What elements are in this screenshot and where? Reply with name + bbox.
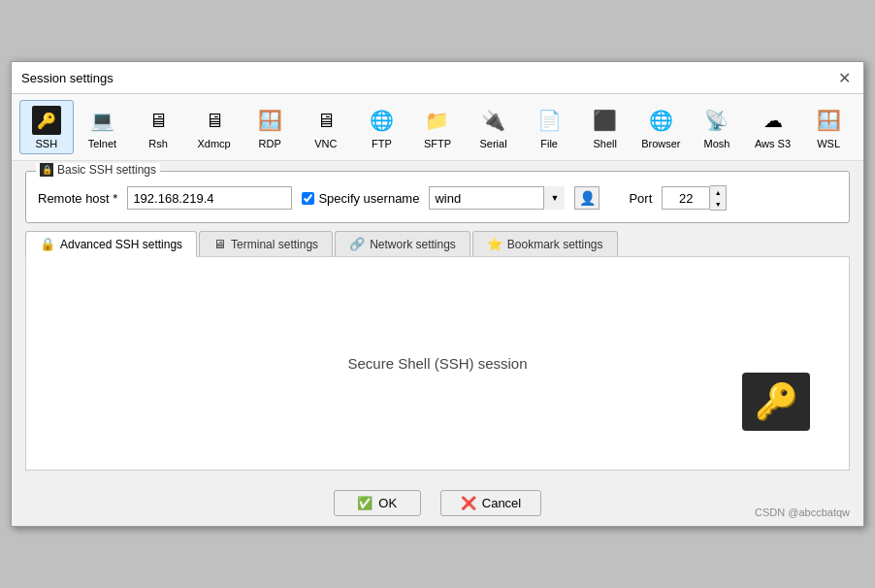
- wsl-label: WSL: [817, 138, 840, 149]
- key-icon: 🔑: [755, 381, 798, 422]
- tabs-bar: 🔒Advanced SSH settings🖥Terminal settings…: [25, 231, 850, 257]
- advanced-tab-label: Advanced SSH settings: [60, 238, 182, 251]
- tab-terminal[interactable]: 🖥Terminal settings: [199, 231, 333, 256]
- username-combo: ▼: [429, 186, 565, 210]
- close-button[interactable]: ✕: [834, 68, 854, 87]
- specify-username-checkbox-label[interactable]: Specify username: [302, 191, 419, 206]
- ftp-icon: 🌐: [366, 105, 397, 136]
- settings-row-host: Remote host * Specify username ▼ 👤 Port …: [38, 185, 837, 211]
- tab-network[interactable]: 🔗Network settings: [335, 231, 470, 256]
- port-spinner: ▲ ▼: [662, 185, 727, 211]
- vnc-label: VNC: [314, 138, 337, 149]
- rsh-icon: 🖥: [143, 105, 174, 136]
- protocol-btn-rdp[interactable]: 🪟RDP: [243, 100, 297, 154]
- cancel-icon: ❌: [461, 496, 476, 510]
- ssh-icon: 🔑: [31, 105, 62, 136]
- port-label: Port: [629, 191, 652, 206]
- tab-content: Secure Shell (SSH) session 🔑: [25, 257, 850, 471]
- terminal-tab-label: Terminal settings: [231, 238, 318, 251]
- telnet-label: Telnet: [88, 138, 116, 149]
- title-bar: Session settings ✕: [12, 62, 863, 94]
- basic-ssh-settings-title: 🔒 Basic SSH settings: [36, 163, 160, 177]
- ok-icon: ✅: [357, 496, 373, 510]
- ftp-label: FTP: [372, 138, 392, 149]
- advanced-tab-icon: 🔒: [40, 237, 55, 251]
- shell-label: Shell: [594, 138, 617, 149]
- serial-icon: 🔌: [478, 105, 509, 136]
- protocol-btn-browser[interactable]: 🌐Browser: [634, 100, 689, 154]
- xdmcp-icon: 🖥: [199, 105, 230, 136]
- telnet-icon: 💻: [86, 105, 117, 136]
- aws-s3-icon: ☁: [758, 105, 789, 136]
- basic-ssh-settings-group: 🔒 Basic SSH settings Remote host * Speci…: [25, 171, 850, 223]
- protocol-btn-shell[interactable]: ⬛Shell: [578, 100, 632, 154]
- protocol-bar: 🔑SSH💻Telnet🖥Rsh🖥Xdmcp🪟RDP🖥VNC🌐FTP📁SFTP🔌S…: [12, 94, 863, 161]
- main-content: 🔒 Basic SSH settings Remote host * Speci…: [12, 161, 863, 480]
- protocol-btn-file[interactable]: 📄File: [522, 100, 576, 154]
- vnc-icon: 🖥: [310, 105, 341, 136]
- protocol-btn-ssh[interactable]: 🔑SSH: [19, 100, 74, 154]
- terminal-tab-icon: 🖥: [213, 237, 226, 251]
- mosh-icon: 📡: [701, 105, 732, 136]
- protocol-btn-sftp[interactable]: 📁SFTP: [410, 100, 465, 154]
- ok-label: OK: [378, 496, 397, 510]
- port-decrement-button[interactable]: ▼: [710, 198, 726, 210]
- serial-label: Serial: [479, 138, 506, 149]
- ok-button[interactable]: ✅ OK: [334, 490, 421, 516]
- cancel-label: Cancel: [482, 496, 521, 510]
- file-label: File: [540, 138, 558, 149]
- bookmark-tab-label: Bookmark settings: [507, 238, 603, 251]
- username-dropdown-arrow[interactable]: ▼: [543, 186, 565, 210]
- tabs-container: 🔒Advanced SSH settings🖥Terminal settings…: [25, 231, 850, 471]
- protocol-btn-ftp[interactable]: 🌐FTP: [355, 100, 409, 154]
- sftp-label: SFTP: [424, 138, 451, 149]
- shell-icon: ⬛: [590, 105, 621, 136]
- remote-host-input[interactable]: [127, 186, 292, 210]
- browser-icon: 🌐: [645, 105, 676, 136]
- protocol-btn-wsl[interactable]: 🪟WSL: [801, 100, 856, 154]
- key-icon-box: 🔑: [742, 373, 810, 431]
- cancel-button[interactable]: ❌ Cancel: [440, 490, 541, 516]
- specify-username-checkbox[interactable]: [302, 192, 314, 205]
- protocol-btn-telnet[interactable]: 💻Telnet: [76, 100, 130, 154]
- footer: ✅ OK ❌ Cancel CSDN @abccbatqw: [12, 480, 863, 526]
- protocol-btn-aws-s3[interactable]: ☁Aws S3: [746, 100, 800, 154]
- sftp-icon: 📁: [422, 105, 453, 136]
- protocol-btn-xdmcp[interactable]: 🖥Xdmcp: [187, 100, 242, 154]
- xdmcp-label: Xdmcp: [197, 138, 230, 149]
- rdp-icon: 🪟: [254, 105, 285, 136]
- tab-center-text: Secure Shell (SSH) session: [347, 355, 527, 372]
- wsl-icon: 🪟: [813, 105, 844, 136]
- network-tab-label: Network settings: [370, 238, 456, 251]
- ssh-group-icon: 🔒: [40, 163, 53, 177]
- protocol-btn-serial[interactable]: 🔌Serial: [467, 100, 521, 154]
- specify-username-label: Specify username: [318, 191, 419, 206]
- ssh-label: SSH: [35, 138, 57, 149]
- protocol-btn-vnc[interactable]: 🖥VNC: [299, 100, 353, 154]
- rdp-label: RDP: [259, 138, 281, 149]
- session-settings-dialog: Session settings ✕ 🔑SSH💻Telnet🖥Rsh🖥Xdmcp…: [11, 61, 864, 527]
- user-icon-button[interactable]: 👤: [574, 186, 600, 210]
- mosh-label: Mosh: [703, 138, 729, 149]
- tab-bookmark[interactable]: ⭐Bookmark settings: [472, 231, 618, 256]
- port-spinner-buttons: ▲ ▼: [710, 185, 727, 211]
- tab-advanced[interactable]: 🔒Advanced SSH settings: [25, 231, 197, 257]
- rsh-label: Rsh: [148, 138, 168, 149]
- watermark: CSDN @abccbatqw: [755, 506, 850, 518]
- aws-s3-label: Aws S3: [755, 138, 791, 149]
- port-input[interactable]: [662, 186, 710, 210]
- dialog-title: Session settings: [21, 71, 113, 85]
- network-tab-icon: 🔗: [349, 237, 365, 251]
- protocol-btn-rsh[interactable]: 🖥Rsh: [131, 100, 185, 154]
- port-increment-button[interactable]: ▲: [710, 186, 726, 198]
- bookmark-tab-icon: ⭐: [487, 237, 502, 251]
- protocol-btn-mosh[interactable]: 📡Mosh: [690, 100, 744, 154]
- browser-label: Browser: [641, 138, 680, 149]
- remote-host-label: Remote host *: [38, 191, 117, 206]
- file-icon: 📄: [534, 105, 565, 136]
